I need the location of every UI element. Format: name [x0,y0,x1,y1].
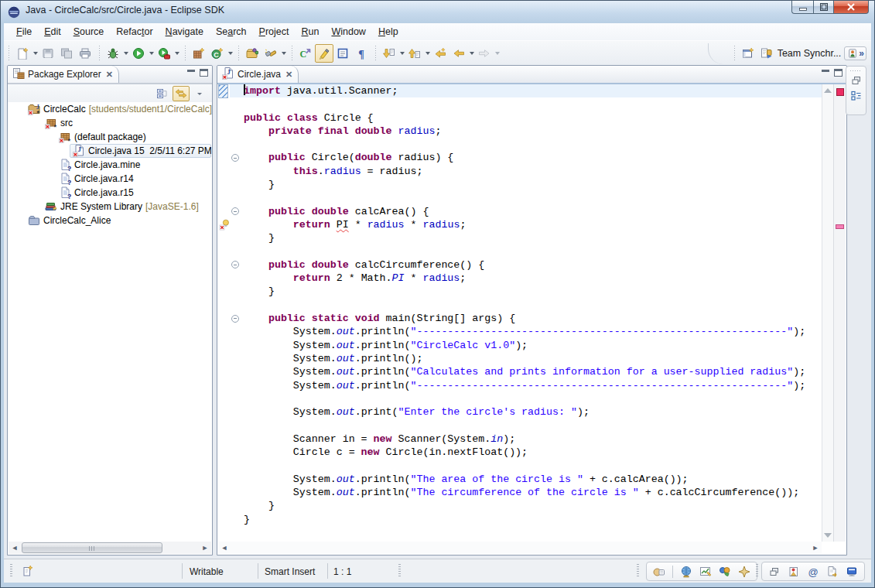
toolbar-drag-handle[interactable] [374,45,377,62]
code-line[interactable]: } [218,178,822,191]
new-button[interactable] [13,44,32,63]
code-line[interactable]: import java.util.Scanner; [218,84,822,97]
overview-ruler[interactable] [833,84,846,542]
back-dropdown-icon[interactable] [470,52,474,57]
tab-package-explorer[interactable]: Package Explorer ✕ [8,66,119,83]
minimize-view-button[interactable] [187,70,195,77]
forward-dropdown-icon[interactable] [495,52,500,57]
scroll-right-icon[interactable]: ► [809,542,822,554]
export-doc-button[interactable] [826,566,839,578]
drag-handle[interactable] [637,564,639,578]
tree-item--default-package-[interactable]: *(default package) [8,130,212,144]
fold-collapse-icon[interactable] [231,315,239,323]
maximize-view-button[interactable] [200,69,208,77]
code-line[interactable]: private final double radius; [218,125,822,138]
code-line[interactable]: System.out.println("CircleCalc v1.0"); [218,339,822,352]
error-quickfix-icon[interactable] [219,219,231,231]
maximize-button[interactable] [813,0,834,14]
code-line[interactable]: System.out.println("The area of the circ… [218,473,822,486]
menu-project[interactable]: Project [253,23,296,40]
run-button[interactable] [129,44,148,63]
new-dropdown-icon[interactable] [33,52,38,57]
code-line[interactable]: Scanner in = new Scanner(System.in); [218,432,822,446]
mark-occurrences-button[interactable] [315,44,333,63]
restore-view-button[interactable] [849,74,864,87]
debug-dropdown-icon[interactable] [124,52,128,57]
save-all-button[interactable] [57,44,76,63]
perspective-overflow-button[interactable]: » [844,46,866,60]
next-annotation-dropdown-icon[interactable] [400,52,405,57]
search-dropdown-icon[interactable] [282,52,286,57]
tree-item-jre-system-library[interactable]: JRE System Library[JavaSE-1.6] [8,200,212,214]
next-annotation-button[interactable] [380,44,398,63]
toolbar-drag-handle[interactable] [98,45,101,62]
drag-handle[interactable] [756,564,758,578]
minimize-button[interactable] [791,0,813,14]
chart-check-button[interactable] [699,566,712,578]
code-line[interactable] [218,459,822,472]
tree-item-circlecalc[interactable]: J*CircleCalc[students/student1/CircleCal… [8,102,212,116]
code-line[interactable]: } [218,499,822,512]
toolbar-drag-handle[interactable] [291,45,293,62]
menu-search[interactable]: Search [210,23,253,40]
new-java-project-button[interactable] [190,44,208,63]
code-line[interactable]: } [218,285,822,298]
show-source-button[interactable] [333,44,352,63]
picture-marker-button[interactable] [788,566,800,578]
code-line[interactable]: System.out.println("Calculates and print… [218,365,822,378]
drag-handle[interactable] [398,564,401,578]
scroll-left-icon[interactable]: ◄ [9,542,21,554]
code-line[interactable]: System.out.println("--------------------… [218,325,822,338]
fold-collapse-icon[interactable] [231,154,239,162]
toolbar-drag-handle[interactable] [733,45,736,62]
collapse-all-button[interactable] [154,86,171,101]
compass-button[interactable] [738,566,750,578]
tree-item-circle-java-15-2-5-11-6-27-pm[interactable]: JCircle.java 15 2/5/11 6:27 PM [8,144,212,158]
code-line[interactable]: public double calcCircumference() { [218,258,822,272]
code-line[interactable] [218,419,822,432]
forward-button[interactable] [475,44,494,63]
menu-edit[interactable]: Edit [38,23,67,40]
tree-item-circle-java-r15[interactable]: ?Circle.java.r15 [8,186,212,200]
new-class-dropdown-icon[interactable] [228,52,233,57]
tree-item-circle-java-mine[interactable]: ?Circle.java.mine [8,158,212,172]
minimize-editor-button[interactable] [822,70,829,77]
code-line[interactable] [218,299,822,312]
close-editor-icon[interactable]: ✕ [285,70,292,80]
code-line[interactable]: Circle c = new Circle(in.nextFloat()); [218,446,822,459]
toolbar-drag-handle[interactable] [184,45,186,62]
code-line[interactable] [218,191,822,204]
run-dropdown-icon[interactable] [149,52,154,57]
code-line[interactable]: } [218,513,822,526]
view-menu-button[interactable] [191,86,208,101]
link-with-editor-button[interactable] [173,86,190,101]
save-button[interactable] [39,44,57,63]
scroll-right-icon[interactable]: ► [199,542,211,554]
code-line[interactable]: System.out.println("The circumference of… [218,486,822,499]
open-perspective-button[interactable] [739,44,757,63]
code-editor[interactable]: import java.util.Scanner;public class Ci… [218,84,822,542]
maximize-editor-button[interactable] [834,69,843,77]
menu-help[interactable]: Help [372,23,405,40]
code-line[interactable]: public double calcArea() { [218,205,822,218]
menu-file[interactable]: File [10,23,38,40]
scrollbar-thumb[interactable] [22,542,162,553]
code-line[interactable] [218,97,822,111]
menu-refactor[interactable]: Refactor [110,23,159,40]
editor-hscrollbar[interactable]: ◄► [218,542,822,554]
scroll-left-icon[interactable]: ◄ [218,542,231,554]
print-button[interactable] [76,44,94,63]
outline-view-button[interactable] [849,89,864,103]
toolbar-drag-handle[interactable] [238,45,240,62]
code-line[interactable] [218,138,822,151]
last-edit-location-button[interactable]: C [296,44,315,63]
hand-card-button[interactable] [653,566,665,578]
last-edit-position-button[interactable] [431,44,449,63]
error-marker[interactable] [836,224,844,229]
search-button[interactable] [261,44,280,63]
tree-item-circlecalc-alice[interactable]: CircleCalc_Alice [8,214,212,227]
menu-navigate[interactable]: Navigate [159,23,210,40]
close-view-icon[interactable]: ✕ [106,70,113,80]
menu-source[interactable]: Source [67,23,111,40]
team-sync-button[interactable] [757,44,776,63]
